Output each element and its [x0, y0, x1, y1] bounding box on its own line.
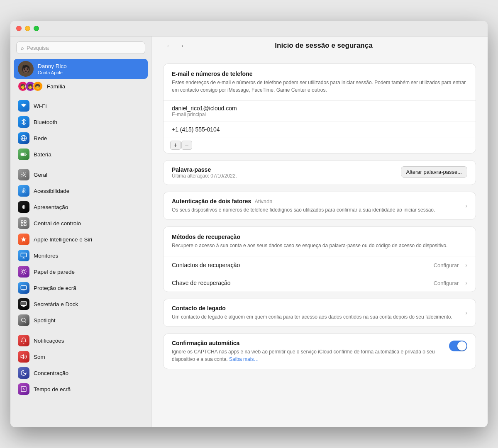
search-placeholder: Pesquisa: [27, 45, 49, 51]
general-label: Geral: [34, 172, 47, 178]
user-name: Danny Rico: [38, 63, 67, 69]
svg-rect-13: [21, 286, 26, 290]
user-sublabel: Conta Apple: [38, 70, 67, 75]
focus-label: Concentração: [34, 370, 68, 376]
recovery-contacts-label: Contactos de recuperação: [172, 262, 240, 268]
sidebar-item-bluetooth[interactable]: Bluetooth: [14, 114, 148, 130]
recovery-key-label: Chave de recuperação: [172, 280, 231, 286]
recovery-key-action: Configurar: [434, 280, 459, 286]
add-remove-bar: + −: [164, 137, 476, 153]
wifi-icon: [18, 100, 29, 112]
svg-point-16: [22, 318, 25, 322]
general-icon: [18, 169, 29, 180]
sidebar-item-sound[interactable]: Som: [14, 349, 148, 365]
legacy-desc: Um contacto de legado é alguém em quem c…: [172, 313, 456, 321]
recovery-key-row[interactable]: Chave de recuperação Configurar ›: [164, 274, 476, 292]
screensaver-label: Proteção de ecrã: [34, 285, 76, 291]
battery-label: Bateria: [34, 151, 51, 158]
email-phone-card: E-mail e números de telefone Estes ender…: [163, 63, 476, 153]
sidebar-item-network[interactable]: Rede: [14, 130, 148, 146]
sidebar-item-wallpaper[interactable]: Papel de parede: [14, 264, 148, 280]
email-value: daniel_rico1@icloud.com: [172, 105, 467, 112]
display-label: Apresentação: [34, 204, 68, 210]
two-factor-chevron: ›: [465, 202, 467, 209]
sidebar-item-focus[interactable]: Concentração: [14, 365, 148, 381]
close-button[interactable]: [16, 26, 22, 31]
svg-rect-7: [21, 221, 23, 223]
network-icon: [18, 132, 29, 144]
password-label: Palavra-passe: [172, 166, 401, 173]
wallpaper-icon: [18, 266, 29, 278]
sidebar-item-display[interactable]: Apresentação: [14, 199, 148, 215]
maximize-button[interactable]: [34, 26, 39, 31]
main-window: ⌕ Pesquisa 🧑🏿 Danny Rico Conta Apple 👩: [10, 21, 488, 427]
back-button[interactable]: ‹: [163, 41, 173, 51]
sidebar-item-general[interactable]: Geral: [14, 167, 148, 183]
titlebar: [10, 21, 488, 37]
phone-value: +1 (415) 555-0104: [164, 122, 476, 137]
svg-rect-2: [22, 153, 24, 155]
change-password-button[interactable]: Alterar palavra-passe...: [401, 166, 467, 178]
auto-confirm-label: Confirmação automática: [172, 340, 442, 346]
svg-rect-9: [21, 224, 23, 226]
email-phone-header: E-mail e números de telefone Estes ender…: [164, 64, 476, 101]
avatar: 🧑🏿: [18, 61, 34, 77]
remove-button[interactable]: −: [181, 141, 192, 150]
saiba-mais-link[interactable]: Saiba mais…: [229, 356, 259, 362]
screensaver-icon: [18, 282, 29, 294]
main-body: E-mail e números de telefone Estes ender…: [151, 55, 488, 427]
sidebar-item-desktop[interactable]: Secretária e Dock: [14, 296, 148, 312]
recovery-desc: Recupere o acesso à sua conta e aos seus…: [172, 242, 467, 249]
sidebar-item-screentime[interactable]: Tempo de ecrã: [14, 381, 148, 397]
spotlight-icon: [18, 314, 29, 326]
password-row: Palavra-passe Última alteração: 07/10/20…: [164, 161, 476, 185]
main-content: ‹ › Início de sessão e segurança E-mail …: [151, 37, 488, 427]
accessibility-label: Acessibilidade: [34, 188, 69, 194]
svg-rect-10: [24, 224, 26, 226]
recovery-contacts-row[interactable]: Contactos de recuperação Configurar ›: [164, 256, 476, 274]
svg-point-3: [23, 174, 24, 175]
sidebar-item-screensaver[interactable]: Proteção de ecrã: [14, 280, 148, 296]
add-button[interactable]: +: [170, 141, 181, 150]
sound-icon: [18, 351, 29, 363]
svg-point-12: [22, 270, 25, 273]
email-type: E-mail principal: [172, 112, 467, 117]
sidebar-item-accessibility[interactable]: Acessibilidade: [14, 183, 148, 199]
notifications-label: Notificações: [34, 338, 64, 344]
bluetooth-icon: [18, 116, 29, 128]
battery-icon: [18, 149, 29, 160]
sidebar-item-user[interactable]: 🧑🏿 Danny Rico Conta Apple: [14, 59, 148, 79]
sidebar-item-control[interactable]: Central de controlo: [14, 215, 148, 231]
minimize-button[interactable]: [25, 26, 30, 31]
recovery-key-right: Configurar ›: [434, 280, 467, 286]
two-factor-label: Autenticação de dois fatores: [172, 198, 251, 205]
legacy-label: Contacto de legado: [172, 305, 456, 312]
svg-marker-17: [21, 355, 23, 358]
legacy-card: Contacto de legado Um contacto de legado…: [163, 299, 476, 327]
sidebar-item-spotlight[interactable]: Spotlight: [14, 312, 148, 328]
sidebar-item-intelligence[interactable]: Apple Intelligence e Siri: [14, 231, 148, 247]
auto-confirm-toggle[interactable]: [449, 341, 467, 351]
forward-button[interactable]: ›: [177, 41, 187, 51]
auto-confirm-card: Confirmação automática Ignore os CAPTCHA…: [163, 334, 476, 369]
sidebar-item-wifi[interactable]: Wi-Fi: [14, 98, 148, 114]
screentime-icon: [18, 383, 29, 395]
svg-point-6: [23, 207, 24, 208]
legacy-row[interactable]: Contacto de legado Um contacto de legado…: [164, 299, 476, 326]
notifications-icon: [18, 335, 29, 346]
toggle-knob: [457, 341, 466, 351]
password-card: Palavra-passe Última alteração: 07/10/20…: [163, 160, 476, 185]
recovery-contacts-chevron: ›: [465, 262, 467, 268]
search-bar[interactable]: ⌕ Pesquisa: [16, 41, 145, 54]
sidebar-item-battery[interactable]: Bateria: [14, 146, 148, 162]
family-label: Família: [47, 83, 65, 90]
two-factor-row[interactable]: Autenticação de dois fatores Ativada Os …: [164, 192, 476, 219]
sidebar-item-family[interactable]: 👩 👧 🧒 Família: [14, 79, 148, 93]
legacy-info: Contacto de legado Um contacto de legado…: [172, 305, 461, 321]
auto-confirm-info: Confirmação automática Ignore os CAPTCHA…: [172, 340, 449, 363]
sidebar-item-notifications[interactable]: Notificações: [14, 333, 148, 348]
password-info: Palavra-passe Última alteração: 07/10/20…: [172, 166, 401, 179]
sidebar-item-monitors[interactable]: Monitores: [14, 248, 148, 263]
bluetooth-label: Bluetooth: [34, 119, 57, 125]
family-avatars: 👩 👧 🧒: [18, 81, 43, 91]
